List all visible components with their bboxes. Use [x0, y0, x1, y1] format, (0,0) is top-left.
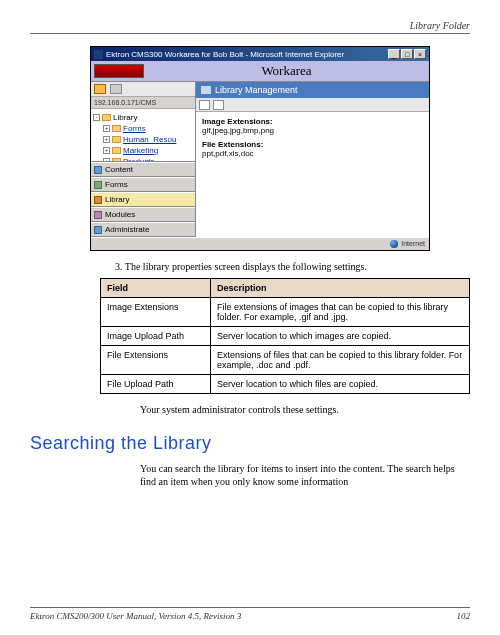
tab-forms[interactable]: Forms [91, 177, 195, 192]
ie-icon [94, 50, 103, 59]
tree-label: Forms [123, 124, 146, 133]
tab-modules[interactable]: Modules [91, 207, 195, 222]
cell-desc: Extensions of files that can be copied t… [211, 346, 470, 375]
table-row: Image Upload PathServer location to whic… [101, 327, 470, 346]
cell-desc: File extensions of images that can be co… [211, 298, 470, 327]
image-extensions-label: Image Extensions: [202, 117, 423, 126]
tree-label: Marketing [123, 146, 158, 155]
fields-table: Field Description Image ExtensionsFile e… [100, 278, 470, 394]
right-panel: Library Management Image Extensions: gif… [196, 82, 429, 237]
folder-icon [112, 136, 121, 143]
footer-text: Ektron CMS200/300 User Manual, Version 4… [30, 611, 241, 621]
window-title: Ektron CMS300 Workarea for Bob Bolt - Mi… [106, 50, 387, 59]
address-row: 192.168.0.171/CMS [91, 97, 195, 109]
workarea-header: Workarea [91, 61, 429, 82]
nav-toolbar [91, 82, 195, 97]
tree-label: Library [113, 113, 137, 122]
tab-icon [94, 196, 102, 204]
table-header-row: Field Description [101, 279, 470, 298]
tab-label: Content [105, 165, 133, 174]
library-icon [201, 86, 211, 94]
tree-label: Human_Resou [123, 135, 176, 144]
tab-label: Administrate [105, 225, 149, 234]
folder-icon [102, 114, 111, 121]
file-extensions-label: File Extensions: [202, 140, 423, 149]
folder-icon [112, 125, 121, 132]
tab-icon [94, 211, 102, 219]
library-management-title: Library Management [215, 85, 298, 95]
cell-field: Image Upload Path [101, 327, 211, 346]
tab-library[interactable]: Library [91, 192, 195, 207]
status-bar: Internet [91, 237, 429, 250]
cell-field: Image Extensions [101, 298, 211, 327]
cell-desc: Server location to which files are copie… [211, 375, 470, 394]
tab-label: Forms [105, 180, 128, 189]
th-description: Description [211, 279, 470, 298]
toolbar-button[interactable] [213, 100, 224, 110]
step-text: 3. The library properties screen display… [115, 261, 470, 272]
tab-icon [94, 181, 102, 189]
library-management-bar: Library Management [196, 82, 429, 98]
cell-desc: Server location to which images are copi… [211, 327, 470, 346]
expand-icon[interactable]: + [103, 147, 110, 154]
expand-icon[interactable]: + [103, 136, 110, 143]
image-extensions-value: gif,jpeg,jpg,bmp,png [202, 126, 423, 135]
page-header-section: Library Folder [30, 20, 470, 34]
left-panel: 192.168.0.171/CMS - Library +Forms +Huma… [91, 82, 196, 237]
body-paragraph: You can search the library for items to … [140, 462, 470, 488]
screenshot-figure: Ektron CMS300 Workarea for Bob Bolt - Mi… [90, 46, 470, 251]
page-number: 102 [457, 611, 471, 621]
workarea-title: Workarea [144, 63, 429, 79]
tab-label: Library [105, 195, 129, 204]
ektron-logo [94, 64, 144, 78]
file-extensions-value: ppt,pdf,xls,doc [202, 149, 423, 158]
cell-field: File Extensions [101, 346, 211, 375]
sidebar-tabs: Content Forms Library Modules Administra… [91, 161, 195, 237]
internet-zone-icon [390, 240, 398, 248]
minimize-button[interactable]: _ [388, 49, 400, 59]
expand-icon[interactable]: + [103, 125, 110, 132]
folder-icon[interactable] [94, 84, 106, 94]
table-row: File Upload PathServer location to which… [101, 375, 470, 394]
admin-note: Your system administrator controls these… [140, 404, 470, 415]
tree-item[interactable]: +Marketing [103, 145, 193, 156]
cell-field: File Upload Path [101, 375, 211, 394]
library-properties: Image Extensions: gif,jpeg,jpg,bmp,png F… [196, 112, 429, 237]
maximize-button[interactable]: □ [401, 49, 413, 59]
tree-item[interactable]: +Human_Resou [103, 134, 193, 145]
collapse-icon[interactable]: - [93, 114, 100, 121]
nav-icon[interactable] [110, 84, 122, 94]
folder-icon [112, 147, 121, 154]
th-field: Field [101, 279, 211, 298]
tab-icon [94, 226, 102, 234]
content-toolbar [196, 98, 429, 112]
tab-label: Modules [105, 210, 135, 219]
section-heading: Searching the Library [30, 433, 470, 454]
tab-icon [94, 166, 102, 174]
window-titlebar: Ektron CMS300 Workarea for Bob Bolt - Mi… [91, 47, 429, 61]
tree-item[interactable]: +Forms [103, 123, 193, 134]
page-footer: Ektron CMS200/300 User Manual, Version 4… [30, 607, 470, 621]
folder-tree: - Library +Forms +Human_Resou +Marketing… [91, 109, 195, 161]
close-button[interactable]: × [414, 49, 426, 59]
toolbar-button[interactable] [199, 100, 210, 110]
tab-content[interactable]: Content [91, 162, 195, 177]
status-zone-text: Internet [401, 240, 425, 248]
tab-administrate[interactable]: Administrate [91, 222, 195, 237]
tree-root[interactable]: - Library [93, 112, 193, 123]
ie-window: Ektron CMS300 Workarea for Bob Bolt - Mi… [90, 46, 430, 251]
table-row: Image ExtensionsFile extensions of image… [101, 298, 470, 327]
table-row: File ExtensionsExtensions of files that … [101, 346, 470, 375]
